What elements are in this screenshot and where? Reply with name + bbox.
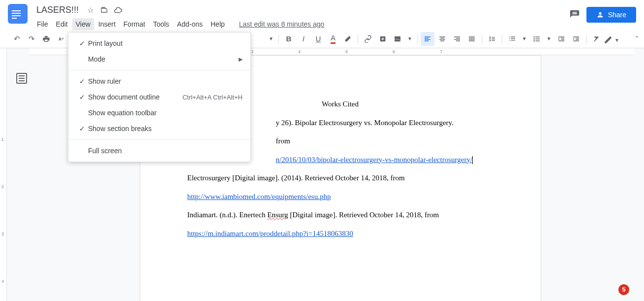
- clear-formatting-button[interactable]: [589, 32, 603, 46]
- comments-icon[interactable]: [569, 9, 581, 21]
- separator: [278, 34, 279, 44]
- separator: [417, 34, 418, 44]
- check-icon: ✓: [76, 39, 88, 47]
- image-button[interactable]: [391, 32, 404, 46]
- italic-button[interactable]: I: [297, 32, 310, 46]
- menu-show-ruler[interactable]: ✓ Show ruler: [68, 73, 250, 89]
- star-icon[interactable]: ☆: [86, 5, 95, 15]
- bulleted-list-button[interactable]: [530, 32, 544, 46]
- comment-button[interactable]: [376, 32, 390, 46]
- collapse-toolbar-button[interactable]: ˆ: [636, 35, 638, 44]
- zoom-dropdown[interactable]: ▼: [267, 36, 276, 41]
- menu-edit[interactable]: Edit: [53, 18, 71, 30]
- check-icon: ✓: [76, 125, 88, 133]
- editing-mode-button[interactable]: ▼: [604, 35, 619, 44]
- numbered-dropdown[interactable]: ▼: [520, 36, 529, 41]
- share-button[interactable]: Share: [586, 7, 636, 23]
- menu-help[interactable]: Help: [207, 18, 228, 30]
- view-dropdown-menu: ✓ Print layout Mode ▶ ✓ Show ruler ✓ Sho…: [68, 32, 251, 162]
- citation-text: Indiamart. (n.d.). Enertech Ensurg [Digi…: [187, 206, 493, 225]
- menu-file[interactable]: File: [33, 18, 52, 30]
- bulleted-dropdown[interactable]: ▼: [545, 36, 553, 41]
- menu-addons[interactable]: Add-ons: [174, 18, 206, 30]
- separator: [502, 34, 502, 44]
- menu-print-layout[interactable]: ✓ Print layout: [68, 35, 250, 51]
- print-button[interactable]: [39, 32, 53, 46]
- spellcheck-button[interactable]: [54, 32, 68, 46]
- svg-point-4: [533, 40, 535, 41]
- menu-view[interactable]: View: [72, 18, 94, 30]
- outline-toggle-icon[interactable]: [16, 73, 27, 84]
- separator: [68, 139, 250, 140]
- svg-point-3: [533, 38, 535, 39]
- align-left-button[interactable]: [421, 32, 434, 46]
- citation-link[interactable]: n/2016/10/03/bipolar-electrosurgery-vs-m…: [276, 156, 473, 164]
- highlight-button[interactable]: [341, 32, 355, 46]
- menu-mode[interactable]: Mode ▶: [68, 51, 250, 67]
- check-icon: ✓: [76, 77, 88, 85]
- separator: [358, 34, 358, 44]
- numbered-list-button[interactable]: [505, 32, 519, 46]
- bold-button[interactable]: B: [282, 32, 296, 46]
- spelling-error: Ensurg: [267, 211, 288, 219]
- image-dropdown[interactable]: ▼: [405, 36, 414, 41]
- menu-full-screen[interactable]: Full screen: [68, 143, 250, 159]
- person-icon: [596, 11, 604, 19]
- align-center-button[interactable]: [435, 32, 449, 46]
- underline-button[interactable]: U: [311, 32, 325, 46]
- svg-point-2: [533, 36, 535, 37]
- chevron-right-icon: ▶: [239, 56, 243, 63]
- check-icon: ✓: [76, 93, 88, 101]
- align-right-button[interactable]: [450, 32, 464, 46]
- undo-button[interactable]: ↶: [10, 32, 24, 46]
- document-title[interactable]: LASERS!!!: [33, 4, 82, 16]
- menu-tools[interactable]: Tools: [150, 18, 173, 30]
- citation-text: Electrosurgery [Digital image]. (2014). …: [187, 169, 493, 188]
- explore-badge[interactable]: 5: [618, 284, 629, 295]
- align-justify-button[interactable]: [465, 32, 479, 46]
- link-button[interactable]: [361, 32, 375, 46]
- separator: [586, 34, 586, 44]
- citation-link[interactable]: https://m.indiamart.com/proddetail.php?i…: [187, 230, 353, 237]
- separator: [68, 70, 250, 70]
- increase-indent-button[interactable]: [569, 32, 583, 46]
- redo-button[interactable]: ↷: [25, 32, 38, 46]
- menu-format[interactable]: Format: [120, 18, 149, 30]
- last-edit-link[interactable]: Last edit was 8 minutes ago: [239, 20, 325, 28]
- share-label: Share: [608, 11, 626, 19]
- docs-logo[interactable]: [8, 4, 28, 24]
- line-spacing-button[interactable]: [485, 32, 499, 46]
- menu-show-equation[interactable]: Show equation toolbar: [68, 105, 250, 121]
- decrease-indent-button[interactable]: [554, 32, 568, 46]
- svg-rect-1: [395, 36, 400, 41]
- menu-insert[interactable]: Insert: [95, 18, 119, 30]
- citation-link[interactable]: http://www.iambiomed.com/equipments/esu.…: [187, 193, 331, 201]
- menu-show-section[interactable]: ✓ Show section breaks: [68, 121, 250, 136]
- vertical-ruler: 1 2 3 4: [0, 48, 7, 301]
- text-color-button[interactable]: A: [326, 32, 340, 46]
- separator: [482, 34, 482, 44]
- move-icon[interactable]: [99, 5, 109, 15]
- cloud-icon[interactable]: [113, 5, 123, 15]
- menu-show-outline[interactable]: ✓ Show document outline Ctrl+Alt+A Ctrl+…: [68, 89, 250, 105]
